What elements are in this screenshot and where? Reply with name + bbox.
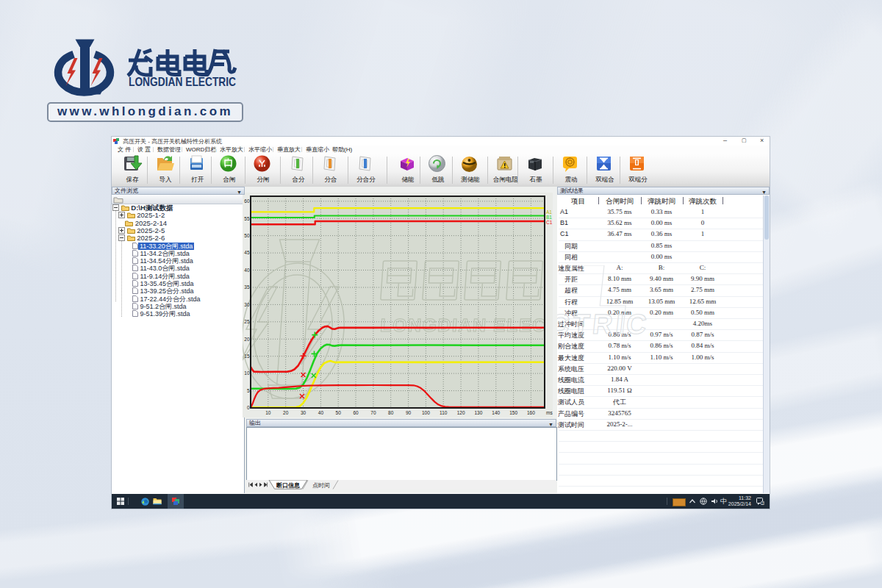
svg-text:160: 160 bbox=[527, 410, 535, 415]
svg-text:35: 35 bbox=[244, 284, 250, 290]
svg-text:C1: C1 bbox=[546, 220, 553, 225]
svg-text:70: 70 bbox=[370, 410, 376, 415]
svg-text:5: 5 bbox=[247, 388, 250, 393]
svg-text:20: 20 bbox=[283, 410, 289, 415]
svg-text:90: 90 bbox=[406, 410, 412, 415]
svg-text:25: 25 bbox=[244, 319, 250, 324]
svg-text:50: 50 bbox=[244, 233, 250, 238]
svg-text:50: 50 bbox=[336, 410, 342, 415]
svg-text:20: 20 bbox=[244, 337, 250, 342]
svg-text:30: 30 bbox=[301, 410, 306, 415]
svg-text:40: 40 bbox=[318, 410, 324, 415]
svg-text:55: 55 bbox=[244, 216, 250, 221]
svg-text:B1: B1 bbox=[546, 215, 552, 220]
svg-text:110: 110 bbox=[440, 410, 448, 415]
svg-text:A1: A1 bbox=[546, 209, 552, 215]
svg-text:140: 140 bbox=[492, 410, 500, 415]
svg-text:45: 45 bbox=[244, 250, 250, 255]
svg-text:10: 10 bbox=[265, 410, 271, 415]
svg-text:LONGDIAN ELECTRIC: LONGDIAN ELECTRIC bbox=[129, 75, 236, 89]
svg-text:ms: ms bbox=[546, 410, 553, 415]
svg-text:60: 60 bbox=[244, 198, 250, 204]
svg-text:0: 0 bbox=[247, 405, 250, 410]
svg-text:40: 40 bbox=[244, 268, 250, 273]
svg-text:100: 100 bbox=[422, 410, 430, 415]
svg-text:30: 30 bbox=[244, 302, 250, 307]
svg-text:120: 120 bbox=[457, 410, 465, 415]
svg-text:10: 10 bbox=[244, 370, 250, 376]
svg-text:LONGDIAN ELEC: LONGDIAN ELEC bbox=[379, 315, 547, 335]
svg-text:80: 80 bbox=[388, 410, 394, 415]
svg-text:2: 2 bbox=[761, 501, 764, 505]
svg-text:130: 130 bbox=[474, 410, 482, 415]
svg-text:15: 15 bbox=[244, 354, 250, 359]
svg-text:60: 60 bbox=[353, 410, 359, 415]
svg-text:CTRIC: CTRIC bbox=[557, 309, 651, 340]
svg-text:150: 150 bbox=[509, 410, 517, 415]
